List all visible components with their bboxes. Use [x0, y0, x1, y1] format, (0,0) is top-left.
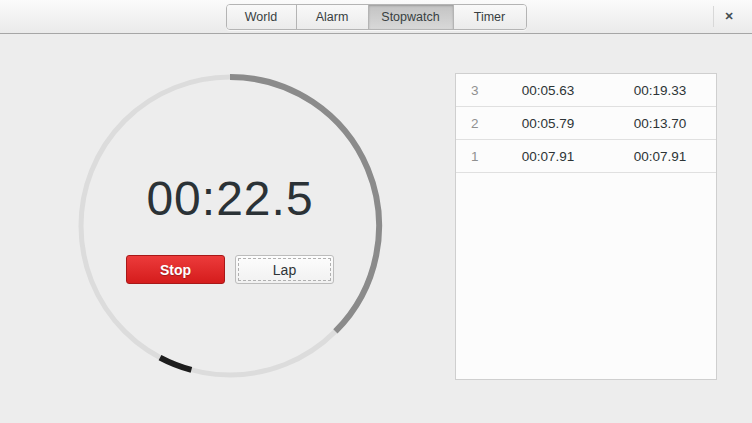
lap-button[interactable]: Lap	[235, 255, 334, 284]
stopwatch-panel: 00:22.5 Stop Lap	[75, 71, 385, 381]
header-separator	[713, 6, 714, 27]
lap-number: 2	[456, 116, 492, 131]
lap-total-time: 00:19.33	[604, 83, 716, 98]
tab-world-label: World	[245, 10, 277, 24]
lap-duration: 00:05.79	[492, 116, 604, 131]
close-button[interactable]: ✕	[716, 0, 742, 33]
laps-list[interactable]: 3 00:05.63 00:19.33 2 00:05.79 00:13.70 …	[455, 73, 717, 380]
view-switcher: World Alarm Stopwatch Timer	[226, 4, 527, 30]
stop-button[interactable]: Stop	[126, 255, 225, 284]
tab-stopwatch[interactable]: Stopwatch	[369, 5, 454, 29]
tab-alarm-label: Alarm	[316, 10, 349, 24]
ring-marker-arc	[160, 358, 191, 370]
tab-stopwatch-label: Stopwatch	[381, 10, 439, 24]
lap-number: 1	[456, 149, 492, 164]
lap-duration: 00:07.91	[492, 149, 604, 164]
lap-duration: 00:05.63	[492, 83, 604, 98]
progress-ring	[75, 71, 385, 381]
clocks-window: World Alarm Stopwatch Timer ✕ 00:22.5 St…	[0, 0, 752, 423]
stopwatch-controls: Stop Lap	[75, 255, 385, 284]
tab-alarm[interactable]: Alarm	[297, 5, 369, 29]
lap-number: 3	[456, 83, 492, 98]
lap-row[interactable]: 3 00:05.63 00:19.33	[456, 74, 716, 107]
lap-row[interactable]: 2 00:05.79 00:13.70	[456, 107, 716, 140]
lap-total-time: 00:07.91	[604, 149, 716, 164]
close-icon: ✕	[724, 10, 733, 23]
headerbar: World Alarm Stopwatch Timer ✕	[0, 0, 752, 34]
tab-world[interactable]: World	[227, 5, 297, 29]
time-display: 00:22.5	[75, 173, 385, 226]
tab-timer[interactable]: Timer	[454, 5, 526, 29]
lap-total-time: 00:13.70	[604, 116, 716, 131]
tab-timer-label: Timer	[474, 10, 505, 24]
lap-row[interactable]: 1 00:07.91 00:07.91	[456, 140, 716, 173]
